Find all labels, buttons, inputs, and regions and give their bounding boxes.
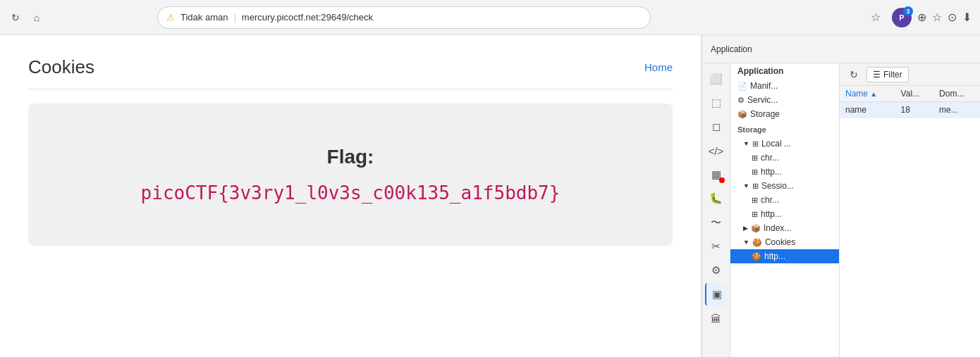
table-row[interactable]: name 18 me... bbox=[840, 102, 980, 118]
sessionstorage-chr-icon: ⊞ bbox=[752, 196, 758, 205]
browser-chrome: ↻ ⌂ ⚠ Tidak aman | mercury.picoctf.net:2… bbox=[0, 0, 980, 35]
devtools-panel: Application ⬜ ⬚ ◻ </> ▦ 🐛 〜 ✂ ⚙ ▣ 🏛 bbox=[702, 35, 980, 357]
service-workers-icon: ⚙ bbox=[737, 96, 745, 105]
sessionstorage-http-label: http... bbox=[761, 209, 782, 219]
sidebar-item-storage-overview[interactable]: 📦 Storage bbox=[730, 107, 839, 121]
expand-sessionstorage-icon: ▼ bbox=[743, 182, 749, 189]
expand-cookies-icon: ▼ bbox=[743, 239, 749, 246]
cell-domain: me... bbox=[933, 102, 980, 118]
devtools-tab-application[interactable]: Application bbox=[711, 44, 752, 54]
flag-label: Flag: bbox=[56, 146, 644, 168]
extension-icon[interactable]: P 3 bbox=[892, 8, 912, 27]
dt-icon-wifi[interactable]: 〜 bbox=[705, 211, 728, 234]
separator: | bbox=[233, 12, 235, 23]
devtools-icon-bar: ⬜ ⬚ ◻ </> ▦ 🐛 〜 ✂ ⚙ ▣ 🏛 bbox=[702, 63, 730, 357]
filter-label: Filter bbox=[883, 70, 902, 80]
dt-icon-console[interactable]: ⬚ bbox=[705, 92, 728, 114]
dt-icon-settings[interactable]: ⚙ bbox=[705, 259, 728, 282]
cookies-label: Cookies bbox=[765, 237, 795, 247]
sessionstorage-http-icon: ⊞ bbox=[752, 210, 758, 219]
sidebar-item-service-workers[interactable]: ⚙ Servic... bbox=[730, 93, 839, 107]
cell-value: 18 bbox=[895, 102, 933, 118]
cell-name: name bbox=[840, 102, 895, 118]
indexeddb-icon: 📦 bbox=[751, 224, 761, 233]
page-header: Cookies Home bbox=[28, 56, 673, 89]
dt-icon-memory[interactable]: 🐛 bbox=[705, 187, 728, 210]
home-button[interactable]: ⌂ bbox=[30, 11, 44, 25]
history-icon[interactable]: ⊙ bbox=[948, 11, 957, 24]
cookies-icon: 🍪 bbox=[752, 238, 762, 247]
sidebar-section-application[interactable]: Application bbox=[730, 63, 839, 79]
filter-button[interactable]: ☰ Filter bbox=[866, 67, 909, 82]
localstorage-http-icon: ⊞ bbox=[752, 168, 758, 177]
indexeddb-label: Index... bbox=[764, 223, 791, 233]
sidebar-item-localstorage-http[interactable]: ⊞ http... bbox=[730, 165, 839, 179]
dt-icon-cursor[interactable]: ⬜ bbox=[705, 68, 728, 90]
browser-right-icons: ☆ P 3 ⊕ ☆ ⊙ ⬇ bbox=[871, 8, 972, 27]
storage-overview-icon: 📦 bbox=[737, 110, 747, 119]
devtools-main: ↻ ☰ Filter Name ▲ bbox=[840, 63, 980, 357]
col-name-label: Name bbox=[845, 89, 868, 99]
star-button[interactable]: ☆ bbox=[871, 11, 881, 24]
devtools-sidebar: Application 📄 Manif... ⚙ Servic... 📦 Sto… bbox=[730, 63, 840, 357]
cookies-http-icon: 🍪 bbox=[752, 252, 761, 261]
flag-value: picoCTF{3v3ry1_l0v3s_c00k135_a1f5bdb7} bbox=[56, 182, 644, 203]
dt-icon-application[interactable]: ▣ bbox=[705, 283, 728, 306]
insecure-label: Tidak aman bbox=[180, 12, 228, 23]
col-value[interactable]: Val... bbox=[895, 86, 933, 102]
sessionstorage-chr-label: chr... bbox=[761, 195, 779, 205]
sort-arrow-icon: ▲ bbox=[870, 90, 877, 98]
devtools-toolbar: Application bbox=[702, 35, 980, 63]
dt-icon-network[interactable]: </> bbox=[705, 139, 728, 162]
dt-icon-performance[interactable]: ▦ bbox=[705, 163, 728, 186]
warning-icon: ⚠ bbox=[166, 12, 175, 23]
devtools-table: Name ▲ Val... Dom... bbox=[840, 86, 980, 357]
main-area: Cookies Home Flag: picoCTF{3v3ry1_l0v3s_… bbox=[0, 35, 980, 357]
sessionstorage-icon: ⊞ bbox=[752, 182, 759, 191]
col-domain[interactable]: Dom... bbox=[933, 86, 980, 102]
localstorage-icon: ⊞ bbox=[752, 139, 759, 149]
sidebar-item-localstorage-chr[interactable]: ⊞ chr... bbox=[730, 151, 839, 165]
sidebar-item-sessionstorage-http[interactable]: ⊞ http... bbox=[730, 207, 839, 221]
dt-icon-sources[interactable]: ◻ bbox=[705, 115, 728, 138]
expand-localstorage-icon: ▼ bbox=[743, 140, 749, 147]
col-domain-label: Dom... bbox=[939, 89, 964, 99]
refresh-button[interactable]: ↻ bbox=[845, 66, 862, 83]
col-value-label: Val... bbox=[901, 89, 919, 99]
dt-icon-lighthouse[interactable]: 🏛 bbox=[705, 307, 728, 330]
sidebar-item-sessionstorage[interactable]: ▼ ⊞ Sessio... bbox=[730, 179, 839, 193]
sidebar-item-sessionstorage-chr[interactable]: ⊞ chr... bbox=[730, 193, 839, 207]
manifest-icon: 📄 bbox=[737, 82, 747, 91]
manifest-label: Manif... bbox=[750, 81, 778, 91]
col-name[interactable]: Name ▲ bbox=[840, 86, 895, 102]
devtools-main-toolbar: ↻ ☰ Filter bbox=[840, 63, 980, 86]
sidebar-item-cookies-http[interactable]: 🍪 http... bbox=[730, 249, 839, 263]
sidebar-item-indexeddb[interactable]: ▶ 📦 Index... bbox=[730, 221, 839, 235]
sidebar-item-cookies[interactable]: ▼ 🍪 Cookies bbox=[730, 235, 839, 249]
sidebar-item-manifest[interactable]: 📄 Manif... bbox=[730, 79, 839, 93]
localstorage-http-label: http... bbox=[761, 167, 782, 177]
page-title: Cookies bbox=[28, 56, 94, 78]
cookies-table: Name ▲ Val... Dom... bbox=[840, 86, 980, 118]
sidebar-section-storage: Storage bbox=[730, 121, 839, 137]
address-bar[interactable]: ⚠ Tidak aman | mercury.picoctf.net:29649… bbox=[157, 6, 651, 29]
service-workers-label: Servic... bbox=[747, 95, 778, 105]
puzzle-icon[interactable]: ⊕ bbox=[917, 11, 926, 24]
sidebar-item-localstorage[interactable]: ▼ ⊞ Local ... bbox=[730, 137, 839, 151]
localstorage-label: Local ... bbox=[761, 139, 791, 149]
expand-indexeddb-icon: ▶ bbox=[743, 225, 748, 232]
download-icon[interactable]: ⬇ bbox=[962, 11, 972, 24]
storage-overview-label: Storage bbox=[750, 109, 780, 119]
localstorage-chr-icon: ⊞ bbox=[752, 154, 758, 163]
home-link[interactable]: Home bbox=[644, 61, 673, 73]
flag-box: Flag: picoCTF{3v3ry1_l0v3s_c00k135_a1f5b… bbox=[28, 104, 673, 246]
devtools-body: ⬜ ⬚ ◻ </> ▦ 🐛 〜 ✂ ⚙ ▣ 🏛 Application � bbox=[702, 63, 980, 357]
webpage: Cookies Home Flag: picoCTF{3v3ry1_l0v3s_… bbox=[0, 35, 702, 357]
extension-badge: 3 bbox=[903, 6, 913, 16]
dt-icon-security[interactable]: ✂ bbox=[705, 235, 728, 258]
reload-button[interactable]: ↻ bbox=[8, 11, 23, 25]
bookmark-icon[interactable]: ☆ bbox=[932, 11, 942, 24]
url-text: mercury.picoctf.net:29649/check bbox=[242, 12, 373, 23]
filter-icon: ☰ bbox=[873, 70, 881, 80]
localstorage-chr-label: chr... bbox=[761, 153, 779, 163]
